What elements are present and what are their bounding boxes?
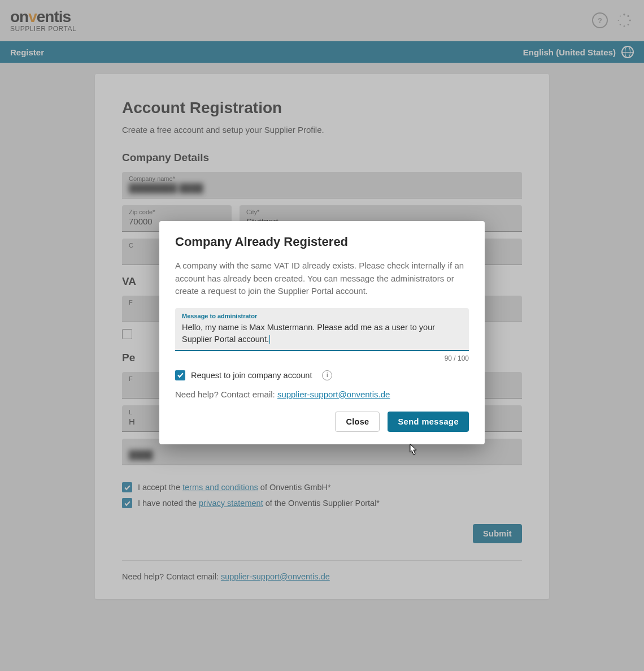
join-request-checkbox[interactable]: [175, 370, 185, 380]
modal-title: Company Already Registered: [175, 235, 469, 249]
send-message-button[interactable]: Send message: [388, 412, 469, 432]
join-request-label: Request to join company account: [191, 371, 312, 380]
app-root: onventis SUPPLIER PORTAL ? Register Engl…: [0, 0, 644, 671]
modal-body: A company with the same VAT ID already e…: [175, 259, 469, 298]
message-field[interactable]: Message to administrator Hello, my name …: [175, 308, 469, 351]
message-label: Message to administrator: [182, 313, 462, 319]
text-caret: [269, 335, 270, 344]
message-value: Hello, my name is Max Mustermann. Please…: [182, 323, 435, 344]
modal-help: Need help? Contact email: supplier-suppo…: [175, 389, 469, 399]
char-counter: 90 / 100: [175, 354, 469, 362]
close-button[interactable]: Close: [335, 412, 380, 432]
modal-help-email[interactable]: supplier-support@onventis.de: [277, 389, 390, 399]
company-registered-modal: Company Already Registered A company wit…: [159, 221, 485, 444]
info-icon[interactable]: i: [322, 370, 332, 380]
join-request-row[interactable]: Request to join company account i: [175, 370, 469, 380]
